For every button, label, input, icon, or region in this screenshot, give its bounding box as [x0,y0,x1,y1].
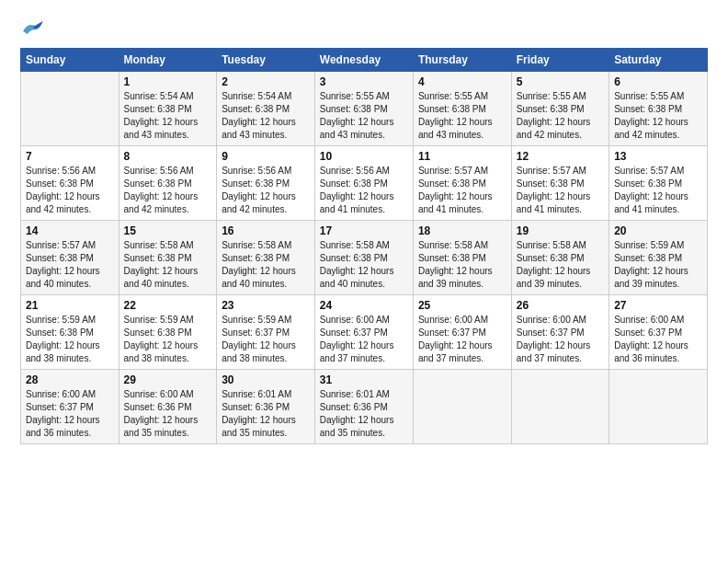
day-info: Sunrise: 6:00 AM Sunset: 6:37 PM Dayligh… [320,314,408,365]
day-number: 17 [320,224,408,237]
day-number: 19 [517,224,604,237]
calendar-cell: 5Sunrise: 5:55 AM Sunset: 6:38 PM Daylig… [511,72,609,146]
calendar-cell: 16Sunrise: 5:58 AM Sunset: 6:38 PM Dayli… [217,221,315,295]
calendar-cell: 6Sunrise: 5:55 AM Sunset: 6:38 PM Daylig… [609,72,708,146]
day-info: Sunrise: 5:54 AM Sunset: 6:38 PM Dayligh… [222,90,310,142]
weekday-header-tuesday: Tuesday [217,49,315,72]
calendar-cell: 12Sunrise: 5:57 AM Sunset: 6:38 PM Dayli… [511,146,609,221]
day-number: 22 [124,299,212,312]
day-number: 31 [320,373,408,386]
weekday-header-wednesday: Wednesday [314,49,413,72]
day-info: Sunrise: 6:00 AM Sunset: 6:37 PM Dayligh… [26,388,114,440]
day-number: 10 [320,150,408,163]
weekday-header-row: SundayMondayTuesdayWednesdayThursdayFrid… [21,49,708,72]
calendar-cell: 31Sunrise: 6:01 AM Sunset: 6:36 PM Dayli… [314,370,413,444]
day-number: 11 [418,150,506,163]
header-row [20,17,708,39]
day-number: 16 [222,224,310,237]
day-info: Sunrise: 5:59 AM Sunset: 6:38 PM Dayligh… [614,239,702,291]
calendar-cell: 1Sunrise: 5:54 AM Sunset: 6:38 PM Daylig… [119,72,217,146]
day-info: Sunrise: 5:57 AM Sunset: 6:38 PM Dayligh… [614,165,702,216]
day-info: Sunrise: 5:56 AM Sunset: 6:38 PM Dayligh… [26,165,114,216]
day-number: 30 [222,373,310,386]
day-number: 23 [222,299,310,312]
calendar-cell: 7Sunrise: 5:56 AM Sunset: 6:38 PM Daylig… [21,146,119,221]
day-info: Sunrise: 5:56 AM Sunset: 6:38 PM Dayligh… [124,165,212,216]
calendar-cell: 25Sunrise: 6:00 AM Sunset: 6:37 PM Dayli… [413,295,511,370]
calendar-cell [413,370,511,444]
day-info: Sunrise: 5:58 AM Sunset: 6:38 PM Dayligh… [222,239,310,291]
calendar-cell: 13Sunrise: 5:57 AM Sunset: 6:38 PM Dayli… [609,146,708,221]
day-number: 9 [222,150,310,163]
main-container: SundayMondayTuesdayWednesdayThursdayFrid… [0,0,728,455]
day-info: Sunrise: 6:00 AM Sunset: 6:37 PM Dayligh… [418,314,506,365]
day-number: 14 [26,224,114,237]
day-number: 29 [124,373,212,386]
calendar-cell: 30Sunrise: 6:01 AM Sunset: 6:36 PM Dayli… [217,370,315,444]
calendar-cell: 29Sunrise: 6:00 AM Sunset: 6:36 PM Dayli… [119,370,217,444]
weekday-header-sunday: Sunday [21,49,119,72]
calendar-cell: 4Sunrise: 5:55 AM Sunset: 6:38 PM Daylig… [413,72,511,146]
weekday-header-friday: Friday [511,49,609,72]
calendar-cell: 9Sunrise: 5:56 AM Sunset: 6:38 PM Daylig… [217,146,315,221]
calendar-cell: 2Sunrise: 5:54 AM Sunset: 6:38 PM Daylig… [217,72,315,146]
day-number: 5 [517,75,604,88]
calendar-cell: 27Sunrise: 6:00 AM Sunset: 6:37 PM Dayli… [609,295,708,370]
day-info: Sunrise: 5:58 AM Sunset: 6:38 PM Dayligh… [517,239,604,291]
calendar-cell: 17Sunrise: 5:58 AM Sunset: 6:38 PM Dayli… [314,221,413,295]
logo [20,17,50,39]
day-info: Sunrise: 5:54 AM Sunset: 6:38 PM Dayligh… [124,90,212,142]
calendar-week-row: 7Sunrise: 5:56 AM Sunset: 6:38 PM Daylig… [21,146,708,221]
day-number: 6 [614,75,702,88]
day-info: Sunrise: 5:55 AM Sunset: 6:38 PM Dayligh… [320,90,408,142]
day-info: Sunrise: 5:55 AM Sunset: 6:38 PM Dayligh… [517,90,604,142]
day-info: Sunrise: 5:59 AM Sunset: 6:38 PM Dayligh… [124,314,212,365]
calendar-cell: 11Sunrise: 5:57 AM Sunset: 6:38 PM Dayli… [413,146,511,221]
day-info: Sunrise: 6:01 AM Sunset: 6:36 PM Dayligh… [222,388,310,440]
calendar-cell: 10Sunrise: 5:56 AM Sunset: 6:38 PM Dayli… [314,146,413,221]
weekday-header-monday: Monday [119,49,217,72]
day-info: Sunrise: 5:58 AM Sunset: 6:38 PM Dayligh… [124,239,212,291]
calendar-header: SundayMondayTuesdayWednesdayThursdayFrid… [21,49,708,72]
calendar-cell: 3Sunrise: 5:55 AM Sunset: 6:38 PM Daylig… [314,72,413,146]
day-number: 27 [614,299,702,312]
calendar-cell: 14Sunrise: 5:57 AM Sunset: 6:38 PM Dayli… [21,221,119,295]
day-info: Sunrise: 6:00 AM Sunset: 6:36 PM Dayligh… [124,388,212,440]
day-info: Sunrise: 5:59 AM Sunset: 6:38 PM Dayligh… [26,314,114,365]
day-number: 2 [222,75,310,88]
day-info: Sunrise: 5:55 AM Sunset: 6:38 PM Dayligh… [614,90,702,142]
calendar-week-row: 14Sunrise: 5:57 AM Sunset: 6:38 PM Dayli… [21,221,708,295]
day-number: 7 [26,150,114,163]
calendar-cell: 19Sunrise: 5:58 AM Sunset: 6:38 PM Dayli… [511,221,609,295]
day-number: 18 [418,224,506,237]
calendar-cell [511,370,609,444]
day-number: 25 [418,299,506,312]
day-info: Sunrise: 5:56 AM Sunset: 6:38 PM Dayligh… [222,165,310,216]
calendar-cell: 23Sunrise: 5:59 AM Sunset: 6:37 PM Dayli… [217,295,315,370]
day-number: 26 [517,299,604,312]
calendar-cell: 18Sunrise: 5:58 AM Sunset: 6:38 PM Dayli… [413,221,511,295]
day-info: Sunrise: 5:58 AM Sunset: 6:38 PM Dayligh… [320,239,408,291]
logo-icon [20,17,46,39]
day-info: Sunrise: 6:01 AM Sunset: 6:36 PM Dayligh… [320,388,408,440]
calendar-week-row: 1Sunrise: 5:54 AM Sunset: 6:38 PM Daylig… [21,72,708,146]
day-number: 28 [26,373,114,386]
calendar-cell: 8Sunrise: 5:56 AM Sunset: 6:38 PM Daylig… [119,146,217,221]
calendar-cell: 22Sunrise: 5:59 AM Sunset: 6:38 PM Dayli… [119,295,217,370]
day-number: 12 [517,150,604,163]
day-info: Sunrise: 5:57 AM Sunset: 6:38 PM Dayligh… [26,239,114,291]
day-number: 20 [614,224,702,237]
day-number: 15 [124,224,212,237]
calendar-body: 1Sunrise: 5:54 AM Sunset: 6:38 PM Daylig… [21,72,708,444]
day-number: 21 [26,299,114,312]
weekday-header-saturday: Saturday [609,49,708,72]
day-info: Sunrise: 5:57 AM Sunset: 6:38 PM Dayligh… [517,165,604,216]
day-info: Sunrise: 6:00 AM Sunset: 6:37 PM Dayligh… [614,314,702,365]
calendar-cell: 26Sunrise: 6:00 AM Sunset: 6:37 PM Dayli… [511,295,609,370]
weekday-header-thursday: Thursday [413,49,511,72]
calendar-cell: 28Sunrise: 6:00 AM Sunset: 6:37 PM Dayli… [21,370,119,444]
calendar-cell [609,370,708,444]
day-number: 3 [320,75,408,88]
day-info: Sunrise: 5:59 AM Sunset: 6:37 PM Dayligh… [222,314,310,365]
day-number: 24 [320,299,408,312]
